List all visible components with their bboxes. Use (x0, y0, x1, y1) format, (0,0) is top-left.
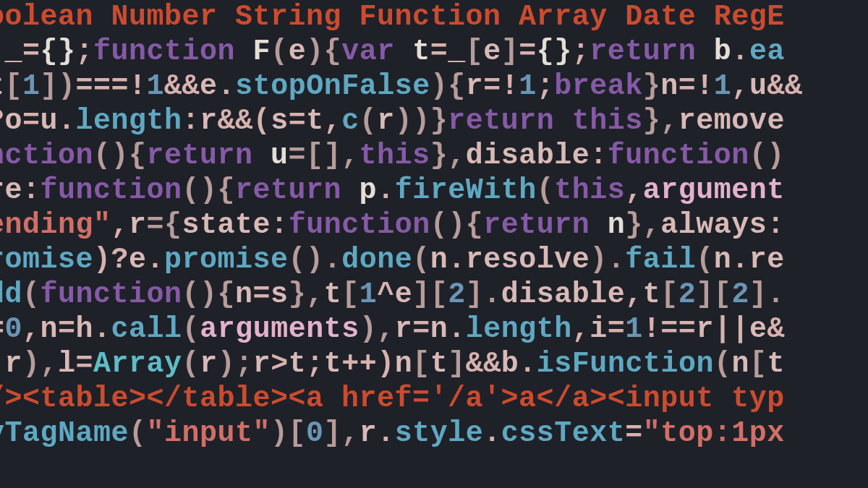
code-token: function (41, 278, 182, 311)
code-line: dd(function(){n=s},t[1^e][2].disable,t[2… (0, 278, 868, 312)
code-token: b (696, 35, 731, 68)
code-token: r (129, 209, 147, 241)
code-token: return (235, 174, 341, 207)
code-token: ={ (147, 209, 182, 241)
code-token: . (483, 417, 501, 450)
code-token: function (608, 140, 749, 172)
code-token: )[ (271, 417, 306, 450)
code-editor-view: oolean Number String Function Array Date… (0, 0, 868, 488)
code-token: n (731, 348, 749, 380)
code-token: (). (289, 244, 342, 276)
code-token: t (324, 278, 342, 311)
code-token: : (767, 209, 785, 241)
code-token (554, 105, 572, 137)
code-token: = (625, 417, 643, 450)
code-token: length (76, 105, 182, 137)
code-token: . (448, 244, 466, 276)
code-line: oolean Number String Function Array Date… (0, 0, 868, 35)
code-token: always (660, 209, 767, 241)
code-token: break (554, 70, 643, 103)
code-token: , (22, 313, 41, 346)
code-token: 2 (731, 278, 749, 311)
code-token: ++) (341, 348, 395, 380)
code-token: r (696, 313, 714, 346)
code-token: t (395, 35, 430, 68)
code-token: : (590, 140, 608, 172)
code-token: u (41, 105, 59, 137)
code-token: }, (289, 278, 324, 311)
code-token: p (341, 174, 377, 207)
code-token: r (377, 105, 395, 137)
code-token: t (643, 278, 661, 311)
code-token: , (572, 313, 590, 346)
code-token: = (253, 278, 271, 311)
code-token: e (289, 35, 307, 68)
code-token: 1 (625, 313, 643, 346)
code-token: &&( (218, 105, 271, 137)
code-token: =! (483, 70, 519, 103)
code-line: /><table></table><a href='/a'>a</a><inpu… (0, 382, 868, 416)
code-token: 1 (519, 70, 537, 103)
code-token: arguments (200, 313, 359, 346)
code-token: . (147, 244, 165, 276)
code-token: remove (678, 105, 785, 137)
code-token: ]) (41, 70, 76, 103)
code-token: && (767, 70, 802, 103)
code-token: return (448, 105, 554, 137)
code-token: stopOnFalse (235, 70, 430, 103)
code-token: , (625, 174, 643, 207)
code-token: ( (714, 348, 732, 380)
code-token: t (306, 105, 324, 137)
code-token: ===! (76, 70, 147, 103)
code-token: ; (306, 348, 324, 380)
code-token: o (5, 105, 23, 137)
code-token: . (731, 35, 749, 68)
code-token: ][ (696, 278, 731, 311)
code-token: n (395, 348, 413, 380)
code-token: resolve (466, 244, 590, 276)
code-token: (){ (182, 174, 236, 207)
code-token: ; (76, 35, 94, 68)
code-token: = (22, 35, 41, 68)
code-token: fail (625, 244, 696, 276)
code-token: ( (359, 105, 378, 137)
code-token: {} (537, 35, 572, 68)
code-token: state (182, 209, 271, 241)
code-token: var (341, 35, 395, 68)
code-token: : (182, 105, 200, 137)
code-token: = (76, 348, 94, 380)
code-token: ( (182, 348, 200, 380)
code-token: t (324, 348, 342, 380)
code-token: e (395, 278, 413, 311)
code-token: t (289, 348, 307, 380)
code-token: . (377, 174, 395, 207)
code-token: . (218, 70, 236, 103)
code-token: 2 (678, 278, 697, 311)
code-token: {} (41, 35, 76, 68)
code-token: = (58, 313, 76, 346)
code-token: [ (466, 35, 484, 68)
code-token: s (271, 105, 289, 137)
code-token: ), (22, 348, 58, 380)
code-token: nction (0, 140, 93, 172)
code-token: > (271, 348, 289, 380)
code-token: (){ (182, 278, 236, 311)
code-token: . (377, 417, 395, 450)
code-token: = (430, 35, 448, 68)
code-token: n (430, 313, 448, 346)
code-token: : (271, 209, 289, 241)
code-token: e (129, 244, 147, 276)
code-token: r (466, 70, 484, 103)
code-token: ); (218, 348, 253, 380)
code-line: re:function(){return p.fireWith(this,arg… (0, 174, 868, 208)
code-token: ( (182, 313, 200, 346)
code-token: r (200, 348, 218, 380)
code-token: . (448, 313, 466, 346)
code-token: function (93, 35, 235, 68)
code-token: isFunction (537, 348, 714, 380)
code-token: ( (537, 174, 555, 207)
code-token: , (324, 105, 342, 137)
code-token: ] (448, 348, 466, 380)
code-token: [ (660, 278, 678, 311)
code-token: }, (430, 140, 466, 172)
